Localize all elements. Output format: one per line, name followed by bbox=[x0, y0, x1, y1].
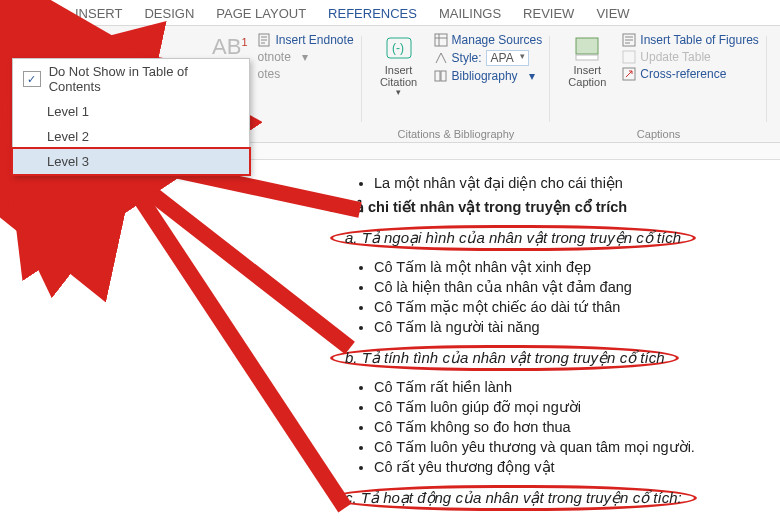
tab-mailings[interactable]: MAILINGS bbox=[439, 6, 501, 21]
menu-level-2-label: Level 2 bbox=[47, 129, 89, 144]
bullet-item: Cô rất yêu thương động vật bbox=[374, 459, 780, 475]
menu-level-3[interactable]: Level 3 bbox=[11, 147, 251, 176]
bullet-item: Cô Tấm không so đo hơn thua bbox=[374, 419, 780, 435]
bullet-item: Cô Tấm rất hiền lành bbox=[374, 379, 780, 395]
update-icon bbox=[622, 50, 636, 64]
heading-2: 2. Tả chi tiết nhân vật trong truyện cổ … bbox=[330, 199, 780, 215]
bullet-item: Cô là hiện thân của nhân vật đảm đang bbox=[374, 279, 780, 295]
menu-no-show-label: Do Not Show in Table of Contents bbox=[49, 64, 239, 94]
menu-no-show[interactable]: ✓ Do Not Show in Table of Contents bbox=[13, 59, 249, 99]
caption-icon bbox=[573, 36, 601, 62]
tab-view[interactable]: VIEW bbox=[596, 6, 629, 21]
heading-3-b: b. Tả tính tình của nhân vật trong truyệ… bbox=[330, 345, 679, 371]
bullet-item: Cô Tấm luôn yêu thương và quan tâm mọi n… bbox=[374, 439, 780, 455]
insert-endnote-button[interactable]: Insert Endnote bbox=[258, 33, 354, 47]
plus-icon: ✚ bbox=[21, 41, 31, 55]
ab-sup: 1 bbox=[241, 36, 247, 48]
endnote-icon bbox=[258, 33, 272, 47]
menu-level-2[interactable]: Level 2 bbox=[13, 124, 249, 149]
document-body[interactable]: La một nhân vật đại diện cho cái thiện 2… bbox=[330, 175, 780, 515]
next-footnote-button[interactable]: otnote ▾ bbox=[258, 50, 354, 64]
add-text-dropdown: ✓ Do Not Show in Table of Contents Level… bbox=[12, 58, 250, 175]
heading-3-a: a. Tả ngoại hình của nhân vật trong truy… bbox=[330, 225, 696, 251]
citation-icon: (-) bbox=[385, 36, 413, 62]
bullet-item: Cô Tấm là người tài năng bbox=[374, 319, 780, 335]
tab-insert[interactable]: INSERT bbox=[75, 6, 122, 21]
group-captions-label: Captions bbox=[550, 128, 767, 140]
tof-icon bbox=[622, 33, 636, 47]
tab-home[interactable]: HOME bbox=[14, 6, 53, 21]
document-area: La một nhân vật đại diện cho cái thiện 2… bbox=[0, 143, 780, 520]
bibliography-button[interactable]: Bibliography ▾ bbox=[434, 69, 543, 83]
group-citations: (-) InsertCitation▾ Manage Sources Style… bbox=[362, 30, 551, 142]
tab-design[interactable]: DESIGN bbox=[144, 6, 194, 21]
svg-rect-5 bbox=[441, 71, 446, 81]
bibliography-label: Bibliography bbox=[452, 69, 518, 83]
heading-3-c: c. Tả hoạt động của nhân vật trong truyệ… bbox=[330, 485, 697, 511]
ab-icon: AB1 bbox=[212, 34, 247, 60]
update-table-label: Update Table bbox=[640, 50, 711, 64]
style-selector[interactable]: Style: APA bbox=[434, 50, 543, 66]
ribbon-tabs: HOME INSERT DESIGN PAGE LAYOUT REFERENCE… bbox=[0, 0, 780, 26]
insert-tof-button[interactable]: Insert Table of Figures bbox=[622, 33, 759, 47]
svg-text:(-): (-) bbox=[392, 41, 404, 55]
mark-entry-button[interactable]: MarEntr bbox=[775, 30, 780, 86]
update-table-button: Update Table bbox=[622, 50, 759, 64]
show-notes-button[interactable]: otes bbox=[258, 67, 354, 81]
bullet-item: Cô Tấm luôn giúp đỡ mọi người bbox=[374, 399, 780, 415]
manage-sources-label: Manage Sources bbox=[452, 33, 543, 47]
ribbon: ✚ Add Text ▾ ✓ Do Not Show in Table of C… bbox=[0, 26, 780, 143]
cross-reference-label: Cross-reference bbox=[640, 67, 726, 81]
bullet-item: La một nhân vật đại diện cho cái thiện bbox=[374, 175, 780, 191]
dropdown-icon: ▾ bbox=[61, 41, 67, 55]
insert-caption-button[interactable]: InsertCaption bbox=[558, 30, 616, 88]
svg-rect-9 bbox=[623, 51, 635, 63]
group-toc: ✚ Add Text ▾ ✓ Do Not Show in Table of C… bbox=[6, 30, 82, 142]
cross-reference-button[interactable]: Cross-reference bbox=[622, 67, 759, 81]
crossref-icon bbox=[622, 67, 636, 81]
biblio-icon bbox=[434, 69, 448, 83]
style-icon bbox=[434, 51, 448, 65]
svg-rect-3 bbox=[435, 34, 447, 46]
bullet-item: Cô Tấm mặc một chiếc áo dài tứ thân bbox=[374, 299, 780, 315]
tab-references[interactable]: REFERENCES bbox=[328, 6, 417, 21]
insert-citation-button[interactable]: (-) InsertCitation▾ bbox=[370, 30, 428, 98]
menu-level-1[interactable]: Level 1 bbox=[13, 99, 249, 124]
group-captions: InsertCaption Insert Table of Figures Up… bbox=[550, 30, 767, 142]
check-icon: ✓ bbox=[23, 71, 41, 87]
group-index: MarEntr bbox=[767, 30, 780, 142]
manage-sources-icon bbox=[434, 33, 448, 47]
insert-endnote-label: Insert Endnote bbox=[276, 33, 354, 47]
menu-level-3-label: Level 3 bbox=[47, 154, 89, 169]
svg-rect-4 bbox=[435, 71, 440, 81]
svg-rect-6 bbox=[576, 38, 598, 54]
svg-rect-7 bbox=[576, 55, 598, 60]
style-label: Style: bbox=[452, 51, 482, 65]
style-value[interactable]: APA bbox=[486, 50, 529, 66]
manage-sources-button[interactable]: Manage Sources bbox=[434, 33, 543, 47]
tab-pagelayout[interactable]: PAGE LAYOUT bbox=[216, 6, 306, 21]
menu-level-1-label: Level 1 bbox=[47, 104, 89, 119]
bullet-item: Cô Tấm là một nhân vật xinh đẹp bbox=[374, 259, 780, 275]
tab-review[interactable]: REVIEW bbox=[523, 6, 574, 21]
insert-tof-label: Insert Table of Figures bbox=[640, 33, 759, 47]
group-citations-label: Citations & Bibliography bbox=[362, 128, 551, 140]
